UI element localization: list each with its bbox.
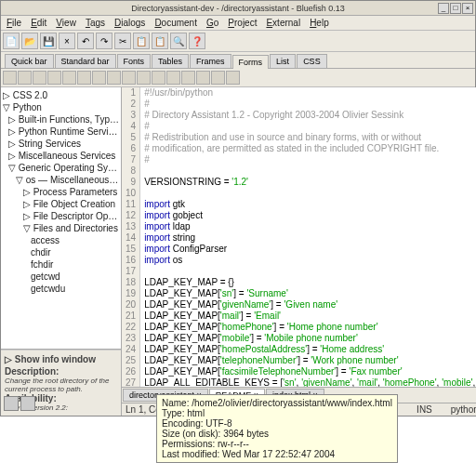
tree-item[interactable]: ▷ Process Parameters bbox=[3, 186, 119, 198]
sec-btn-9[interactable] bbox=[137, 71, 151, 85]
view-tab-tables[interactable]: Tables bbox=[152, 54, 189, 68]
tree-item[interactable]: getcwd bbox=[3, 271, 119, 283]
sec-btn-3[interactable] bbox=[47, 71, 61, 85]
tree-item[interactable]: ▷ String Services bbox=[3, 138, 119, 150]
corner-btn-1[interactable] bbox=[4, 396, 19, 411]
tree-item[interactable]: ▷ File Object Creation bbox=[3, 198, 119, 210]
sec-btn-14[interactable] bbox=[211, 71, 225, 85]
status-lang: python, UTF-8 bbox=[451, 404, 476, 415]
sec-btn-10[interactable] bbox=[152, 71, 165, 85]
secondary-toolbar bbox=[1, 69, 475, 87]
sec-btn-8[interactable] bbox=[122, 71, 136, 85]
tree-item[interactable]: ▽ Python bbox=[3, 101, 119, 113]
sec-btn-7[interactable] bbox=[107, 71, 121, 85]
tree-item[interactable]: ▽ os — Miscellaneous operating s bbox=[3, 174, 119, 186]
reference-tree[interactable]: ▷ CSS 2.0▽ Python▷ Built-in Functions, T… bbox=[1, 87, 121, 350]
close-button[interactable]: × bbox=[462, 3, 473, 14]
tree-item[interactable]: ▷ Built-in Functions, Types, and Exc bbox=[3, 113, 119, 126]
toolbar-btn-9[interactable]: 🔍 bbox=[170, 33, 187, 49]
toolbar-btn-6[interactable]: ✂ bbox=[114, 33, 131, 49]
tooltip-enc: Encoding: UTF-8 bbox=[162, 418, 392, 429]
menu-dialogs[interactable]: Dialogs bbox=[114, 18, 145, 28]
sec-btn-4[interactable] bbox=[62, 71, 76, 85]
toolbar-btn-10[interactable]: ❓ bbox=[189, 33, 205, 49]
menu-tags[interactable]: Tags bbox=[86, 18, 105, 28]
view-tab-standard-bar[interactable]: Standard bar bbox=[55, 54, 116, 68]
sec-btn-6[interactable] bbox=[92, 71, 106, 85]
maximize-button[interactable]: □ bbox=[450, 3, 461, 14]
sec-btn-11[interactable] bbox=[166, 71, 180, 85]
minimize-button[interactable]: _ bbox=[438, 3, 449, 14]
tree-item[interactable]: access bbox=[3, 234, 119, 246]
main-toolbar: 📄📂💾×↶↷✂📋📋🔍❓ bbox=[1, 31, 475, 52]
tooltip-perm: Permissions: rw-r--r-- bbox=[162, 439, 392, 449]
status-ins: INS bbox=[416, 404, 432, 415]
menubar: FileEditViewTagsDialogsDocumentGoProject… bbox=[1, 16, 475, 31]
view-tab-frames[interactable]: Frames bbox=[190, 54, 231, 68]
tree-item[interactable]: fchdir bbox=[3, 258, 119, 271]
tooltip-mod: Last modified: Wed Mar 17 22:52:47 2004 bbox=[162, 449, 392, 459]
source-text[interactable]: #!/usr/bin/python## Directory Assistant … bbox=[140, 87, 476, 387]
menu-help[interactable]: Help bbox=[310, 18, 329, 28]
info-desc: Change the root directory of the current… bbox=[5, 377, 117, 393]
menu-project[interactable]: Project bbox=[228, 18, 257, 28]
info-desc-label: Description: bbox=[5, 366, 59, 377]
menu-document[interactable]: Document bbox=[154, 18, 197, 28]
menu-file[interactable]: File bbox=[7, 18, 21, 28]
tooltip-size: Size (on disk): 3964 bytes bbox=[162, 429, 392, 439]
view-tabs: Quick barStandard barFontsTablesFramesFo… bbox=[1, 52, 475, 69]
toolbar-btn-2[interactable]: 💾 bbox=[40, 33, 57, 49]
view-tab-forms[interactable]: Forms bbox=[232, 55, 270, 69]
corner-buttons bbox=[4, 396, 35, 411]
line-gutter: 1234567891011121314151617181920212223242… bbox=[122, 87, 140, 387]
view-tab-list[interactable]: List bbox=[270, 54, 296, 68]
sec-btn-0[interactable] bbox=[3, 71, 17, 85]
sec-btn-13[interactable] bbox=[196, 71, 210, 85]
menu-go[interactable]: Go bbox=[206, 18, 218, 28]
view-tab-quick-bar[interactable]: Quick bar bbox=[5, 54, 54, 68]
tree-item[interactable]: ▷ CSS 2.0 bbox=[3, 89, 119, 101]
code-editor[interactable]: 1234567891011121314151617181920212223242… bbox=[122, 87, 476, 387]
menu-view[interactable]: View bbox=[56, 18, 76, 28]
toolbar-btn-8[interactable]: 📋 bbox=[152, 33, 168, 49]
sec-btn-1[interactable] bbox=[18, 71, 32, 85]
sec-btn-15[interactable] bbox=[226, 71, 240, 85]
tree-item[interactable]: getcwdu bbox=[3, 283, 119, 295]
tree-item[interactable]: chdir bbox=[3, 246, 119, 258]
sec-btn-2[interactable] bbox=[33, 71, 46, 85]
tree-item[interactable]: ▷ Python Runtime Services bbox=[3, 126, 119, 138]
toolbar-btn-4[interactable]: ↶ bbox=[77, 33, 94, 49]
tree-item[interactable]: ▷ File Descriptor Operations bbox=[3, 210, 119, 222]
menu-external[interactable]: External bbox=[266, 18, 300, 28]
tree-item[interactable]: ▷ Miscellaneous Services bbox=[3, 150, 119, 162]
toolbar-btn-5[interactable]: ↷ bbox=[96, 33, 112, 49]
info-title: Show info window bbox=[15, 354, 96, 364]
sec-btn-12[interactable] bbox=[181, 71, 195, 85]
toolbar-btn-0[interactable]: 📄 bbox=[3, 33, 20, 49]
corner-btn-2[interactable] bbox=[20, 396, 35, 411]
sec-btn-5[interactable] bbox=[77, 71, 91, 85]
toolbar-btn-1[interactable]: 📂 bbox=[21, 33, 38, 49]
file-tooltip: Name: /home2/olivier/directoryassistant/… bbox=[156, 394, 398, 463]
tree-item[interactable]: ▽ Generic Operating System Service bbox=[3, 162, 119, 174]
menu-edit[interactable]: Edit bbox=[31, 18, 46, 28]
window-title: Directoryassistant-dev - /directoryassis… bbox=[131, 4, 345, 13]
tooltip-name: Name: /home2/olivier/directoryassistant/… bbox=[162, 398, 392, 408]
toolbar-btn-3[interactable]: × bbox=[59, 33, 75, 49]
tooltip-type: Type: html bbox=[162, 408, 392, 418]
view-tab-fonts[interactable]: Fonts bbox=[117, 54, 152, 68]
tree-item[interactable]: ▽ Files and Directories bbox=[3, 222, 119, 234]
titlebar: Directoryassistant-dev - /directoryassis… bbox=[1, 1, 475, 16]
toolbar-btn-7[interactable]: 📋 bbox=[133, 33, 150, 49]
view-tab-css[interactable]: CSS bbox=[297, 54, 327, 68]
